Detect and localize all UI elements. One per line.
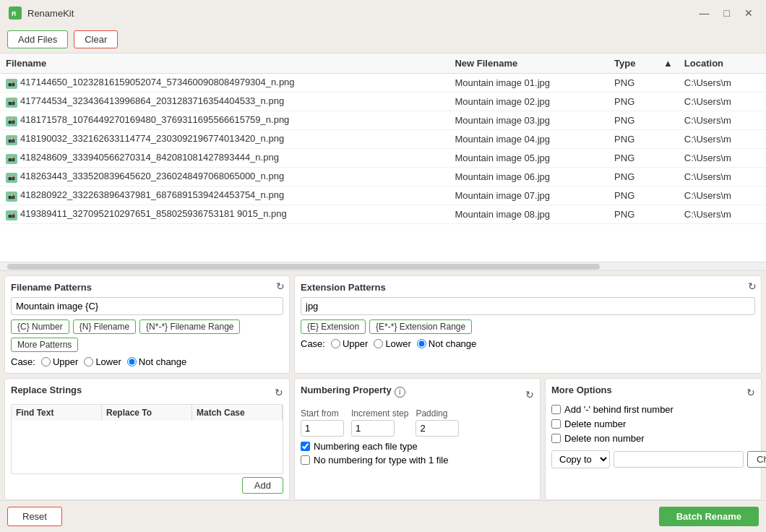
cell-location: C:\Users\m: [679, 130, 766, 149]
extension-patterns-refresh[interactable]: ↻: [748, 280, 757, 292]
no-numbering-check[interactable]: [301, 455, 310, 465]
filename-pattern-input[interactable]: [11, 297, 283, 315]
cell-filter-empty: [658, 74, 679, 93]
increment-step-field: Increment step: [351, 408, 408, 437]
cell-filename: 📸418263443_333520839645620_2360248497068…: [0, 168, 449, 186]
cell-type: PNG: [608, 149, 658, 168]
filename-case-upper[interactable]: Upper: [41, 356, 78, 367]
btn-e-extension-range[interactable]: {E*-*} Extension Range: [369, 319, 472, 334]
cell-filter-empty: [658, 111, 679, 130]
cell-type: PNG: [608, 168, 658, 186]
replace-strings-refresh[interactable]: ↻: [275, 387, 283, 398]
add-replace-button[interactable]: Add: [242, 477, 283, 494]
numbering-refresh[interactable]: ↻: [525, 389, 534, 400]
btn-filename-range[interactable]: {N*-*} Filename Range: [139, 319, 240, 334]
btn-e-extension[interactable]: {E} Extension: [301, 319, 366, 334]
cell-new-filename: Mountain image 03.jpg: [449, 111, 608, 130]
extension-patterns-panel: Extension Patterns ↻ {E} Extension {E*-*…: [294, 275, 762, 374]
numbering-title: Numbering Property: [301, 385, 392, 395]
numbering-property-panel: Numbering Property i ↻ Start from Increm…: [294, 378, 541, 500]
filename-case-lower[interactable]: Lower: [84, 356, 121, 367]
close-button[interactable]: ✕: [740, 6, 757, 20]
no-numbering-label: No numbering for type with 1 file: [314, 455, 448, 466]
scrollbar-thumb[interactable]: [7, 264, 600, 270]
clear-button[interactable]: Clear: [74, 30, 118, 48]
cell-location: C:\Users\m: [679, 205, 766, 224]
cell-new-filename: Mountain image 07.jpg: [449, 186, 608, 205]
top-panels-row: Filename Patterns ↻ {C} Number {N} Filen…: [0, 271, 766, 376]
padding-label: Padding: [416, 408, 459, 419]
cell-location: C:\Users\m: [679, 186, 766, 205]
change-button[interactable]: Change: [747, 451, 766, 468]
delete-number-check[interactable]: [551, 419, 561, 429]
replace-table-body: [11, 421, 283, 474]
table-row: 📸419389411_327095210297651_8580259367531…: [0, 205, 766, 224]
cell-type: PNG: [608, 186, 658, 205]
start-from-label: Start from: [301, 408, 344, 419]
numbering-title-row: Numbering Property i: [301, 385, 405, 400]
extension-case-row: Case: Upper Lower Not change: [301, 338, 755, 349]
cell-filter-empty: [658, 130, 679, 149]
increment-input[interactable]: [351, 420, 395, 437]
minimize-button[interactable]: —: [695, 6, 714, 20]
file-icon: 📸: [6, 135, 17, 145]
col-type: Type: [608, 53, 658, 74]
reset-button[interactable]: Reset: [7, 507, 62, 526]
filename-patterns-refresh[interactable]: ↻: [276, 280, 285, 292]
cell-filename: 📸419389411_327095210297651_8580259367531…: [0, 205, 449, 224]
table-row: 📸418263443_333520839645620_2360248497068…: [0, 168, 766, 186]
more-options-refresh[interactable]: ↻: [746, 387, 755, 398]
horizontal-scrollbar[interactable]: [0, 262, 766, 271]
cell-filename: 📸418190032_332162633114774_2303092196774…: [0, 130, 449, 149]
start-from-input[interactable]: [301, 420, 344, 437]
copy-to-input[interactable]: [614, 451, 744, 468]
filename-case-label: Case:: [11, 356, 35, 367]
extension-case-notchange[interactable]: Not change: [417, 338, 477, 349]
filename-case-notchange[interactable]: Not change: [127, 356, 187, 367]
padding-field: Padding: [416, 408, 459, 437]
add-btn-row: Add: [11, 477, 283, 494]
copy-to-select[interactable]: Copy to Move to: [551, 450, 610, 468]
add-behind-row: Add '-' behind first number: [551, 404, 755, 415]
batch-rename-button[interactable]: Batch Rename: [659, 507, 759, 526]
cell-new-filename: Mountain image 08.jpg: [449, 205, 608, 224]
cell-filter-empty: [658, 149, 679, 168]
col-match-case: Match Case: [192, 405, 283, 421]
btn-c-number[interactable]: {C} Number: [11, 319, 69, 334]
extension-pattern-input[interactable]: [301, 297, 755, 315]
add-behind-check[interactable]: [551, 405, 561, 414]
add-files-button[interactable]: Add Files: [7, 30, 68, 48]
table-row: 📸418248609_333940566270314_8420810814278…: [0, 149, 766, 168]
col-location: Location: [679, 53, 766, 74]
table-header-row: Filename New Filename Type ▲ Location: [0, 53, 766, 74]
table-row: 📸418190032_332162633114774_2303092196774…: [0, 130, 766, 149]
info-icon[interactable]: i: [395, 387, 405, 398]
cell-filter-empty: [658, 186, 679, 205]
numbering-fields: Start from Increment step Padding: [301, 408, 534, 437]
col-find-text: Find Text: [12, 405, 102, 421]
extension-case-lower[interactable]: Lower: [374, 338, 410, 349]
start-from-field: Start from: [301, 408, 344, 437]
app-icon: R: [9, 7, 22, 20]
btn-more-patterns[interactable]: More Patterns: [11, 338, 78, 352]
filter-icon[interactable]: ▲: [663, 58, 673, 69]
maximize-button[interactable]: □: [720, 6, 734, 20]
delete-non-number-check[interactable]: [551, 434, 561, 443]
table-row: 📸418280922_332263896437981_6876891539424…: [0, 186, 766, 205]
filename-pattern-buttons: {C} Number {N} Filename {N*-*} Filename …: [11, 319, 283, 352]
padding-input[interactable]: [416, 420, 459, 437]
cell-filename: 📸418248609_333940566270314_8420810814278…: [0, 149, 449, 168]
app-title: RenameKit: [27, 8, 74, 19]
delete-number-label: Delete number: [564, 419, 626, 429]
numbering-each-type-label: Numbering each file type: [314, 441, 418, 452]
cell-new-filename: Mountain image 01.jpg: [449, 74, 608, 93]
cell-type: PNG: [608, 111, 658, 130]
cell-filename: 📸417744534_323436413996864_2031283716354…: [0, 93, 449, 111]
extension-case-upper[interactable]: Upper: [331, 338, 368, 349]
increment-label: Increment step: [351, 408, 408, 419]
btn-n-filename[interactable]: {N} Filename: [73, 319, 136, 334]
numbering-each-type-check[interactable]: [301, 442, 310, 451]
cell-type: PNG: [608, 205, 658, 224]
col-filter[interactable]: ▲: [658, 53, 679, 74]
cell-type: PNG: [608, 130, 658, 149]
